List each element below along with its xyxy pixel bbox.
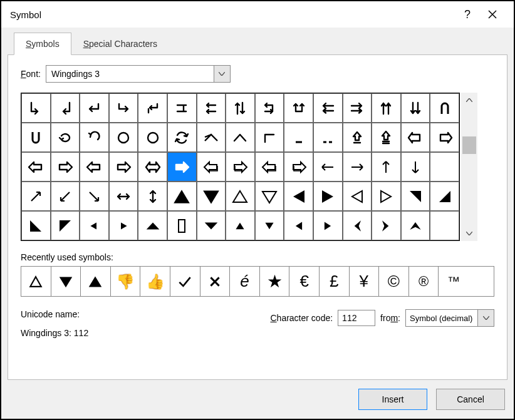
- symbol-cell-rect-outline[interactable]: [167, 211, 197, 240]
- symbol-cell-triangle-corner-nw[interactable]: [51, 211, 80, 240]
- symbol-cell-arrow-return-right[interactable]: [109, 93, 138, 123]
- insert-button[interactable]: Insert: [358, 389, 427, 410]
- recent-symbol-star[interactable]: ★: [260, 267, 290, 296]
- symbol-cell-triangle-corner-sw[interactable]: [21, 211, 51, 240]
- recent-symbol-e-acute[interactable]: é: [230, 267, 260, 296]
- from-select[interactable]: Symbol (decimal): [405, 309, 494, 327]
- symbol-cell-arrow-cycle-2[interactable]: [284, 93, 313, 123]
- symbol-cell-right-hollow-arrow-2[interactable]: [109, 152, 138, 182]
- symbol-cell-left-right-hollow[interactable]: [138, 152, 167, 182]
- symbol-cell-right-shadow-arrow[interactable]: [226, 152, 255, 182]
- symbol-cell-arrows-up-pair[interactable]: [372, 93, 401, 123]
- recent-symbol-registered[interactable]: ®: [409, 267, 439, 296]
- symbol-cell-chevron-left-solid[interactable]: [343, 211, 372, 240]
- symbol-cell-pointer-right-small[interactable]: [109, 211, 138, 240]
- recent-symbol-tri-down[interactable]: [51, 267, 81, 296]
- symbol-cell-triangle-left-solid[interactable]: [284, 182, 313, 211]
- recent-symbol-cross[interactable]: [200, 267, 231, 296]
- symbol-cell-pointer-left-small[interactable]: [80, 211, 109, 240]
- symbol-cell-chevron-up-wide[interactable]: [197, 123, 226, 152]
- symbol-cell-arrow-return-double[interactable]: [138, 93, 167, 123]
- symbol-cell-pointer-down-flat[interactable]: [197, 211, 226, 240]
- scroll-up-button[interactable]: [461, 93, 477, 108]
- symbol-cell-undo[interactable]: [80, 123, 109, 152]
- char-code-input[interactable]: [338, 310, 375, 326]
- tab-special-characters[interactable]: Special Characters: [71, 33, 169, 55]
- from-dropdown-button[interactable]: [477, 310, 494, 326]
- symbol-cell-thin-arrow-down[interactable]: [401, 152, 430, 182]
- symbol-cell-arrows-down-pair[interactable]: [401, 93, 430, 123]
- symbol-cell-right-outline-arrow[interactable]: [430, 123, 459, 152]
- symbol-cell-arrows-left-stacked[interactable]: [197, 93, 226, 123]
- font-select[interactable]: Wingdings 3: [46, 65, 231, 83]
- recent-symbol-euro[interactable]: €: [289, 267, 320, 296]
- recent-symbol-pound[interactable]: £: [320, 267, 350, 296]
- close-button[interactable]: [480, 2, 505, 27]
- symbol-cell-u-turn-up[interactable]: [21, 123, 51, 152]
- symbol-cell-left-hollow-arrow-2[interactable]: [80, 152, 109, 182]
- tab-symbols[interactable]: Symbols: [14, 33, 71, 55]
- symbol-cell-left-outline-arrow[interactable]: [401, 123, 430, 152]
- symbol-cell-underscore-break[interactable]: [313, 123, 343, 152]
- symbol-cell-chevron-up[interactable]: [226, 123, 255, 152]
- symbol-cell-rotate-cw[interactable]: [138, 123, 167, 152]
- symbol-cell-triangle-corner-se[interactable]: [430, 182, 459, 211]
- symbol-cell-small-tri-down[interactable]: [255, 211, 284, 240]
- symbol-cell-small-tri-left[interactable]: [284, 211, 313, 240]
- symbol-cell-u-turn-down[interactable]: [430, 93, 459, 123]
- symbol-cell-arrow-double-branch[interactable]: [167, 93, 197, 123]
- symbol-cell-arrows-left-double[interactable]: [313, 93, 343, 123]
- symbol-cell-angle-up-right[interactable]: [255, 123, 284, 152]
- scroll-down-button[interactable]: [461, 226, 477, 241]
- font-dropdown-button[interactable]: [214, 66, 230, 82]
- recent-symbol-thumbs-down[interactable]: 👎: [111, 267, 141, 296]
- recent-symbol-copyright[interactable]: ©: [379, 267, 409, 296]
- scroll-thumb[interactable]: [462, 136, 476, 154]
- symbol-cell-arrow-left-right[interactable]: [109, 182, 138, 211]
- symbol-cell-triangle-down-solid[interactable]: [197, 182, 226, 211]
- symbol-cell-right-hollow-arrow-3[interactable]: [167, 152, 197, 182]
- recent-grid[interactable]: 👎👍é★€£¥©®™: [21, 266, 494, 297]
- symbol-cell-arrow-se[interactable]: [80, 182, 109, 211]
- recent-symbol-thumbs-up[interactable]: 👍: [140, 267, 170, 296]
- symbol-cell-arrow-return-left[interactable]: [80, 93, 109, 123]
- symbol-cell-arrows-up-down[interactable]: [226, 93, 255, 123]
- symbol-cell-thin-arrow-right[interactable]: [343, 152, 372, 182]
- symbol-cell-triangle-right-outline[interactable]: [372, 182, 401, 211]
- symbol-cell-chevron-right-solid[interactable]: [372, 211, 401, 240]
- recent-symbol-check[interactable]: [170, 267, 200, 296]
- symbol-cell-arrow-down-left-corner[interactable]: [51, 93, 80, 123]
- symbol-cell-blank-1[interactable]: [430, 152, 459, 182]
- symbol-cell-arrow-ne[interactable]: [21, 182, 51, 211]
- symbol-cell-redo-small[interactable]: [51, 123, 80, 152]
- symbol-cell-refresh[interactable]: [167, 123, 197, 152]
- symbol-cell-small-tri-right[interactable]: [313, 211, 343, 240]
- symbol-cell-arrow-sw[interactable]: [51, 182, 80, 211]
- scroll-track[interactable]: [461, 108, 477, 226]
- symbol-cell-rotate-ccw[interactable]: [109, 123, 138, 152]
- symbol-cell-blank-2[interactable]: [430, 211, 459, 240]
- recent-symbol-tri-up[interactable]: [81, 267, 111, 296]
- symbol-cell-triangle-left-outline[interactable]: [343, 182, 372, 211]
- symbol-cell-triangle-right-solid[interactable]: [313, 182, 343, 211]
- symbol-cell-thin-arrow-up[interactable]: [372, 152, 401, 182]
- symbol-cell-triangle-up-solid[interactable]: [167, 182, 197, 211]
- symbol-cell-thin-arrow-left[interactable]: [313, 152, 343, 182]
- symbol-cell-underscore-short[interactable]: [284, 123, 313, 152]
- symbol-cell-right-hollow-arrow-1[interactable]: [51, 152, 80, 182]
- symbol-cell-triangle-corner-ne[interactable]: [401, 182, 430, 211]
- symbol-cell-arrow-cycle-1[interactable]: [255, 93, 284, 123]
- symbol-cell-arrows-right-double[interactable]: [343, 93, 372, 123]
- help-button[interactable]: ?: [455, 2, 480, 27]
- symbol-cell-triangle-up-outline[interactable]: [226, 182, 255, 211]
- symbol-cell-arrow-up-down[interactable]: [138, 182, 167, 211]
- symbol-cell-small-tri-up[interactable]: [226, 211, 255, 240]
- recent-symbol-trademark[interactable]: ™: [439, 267, 469, 296]
- symbol-cell-right-shadow-arrow-2[interactable]: [284, 152, 313, 182]
- symbol-cell-up-outline-box[interactable]: [343, 123, 372, 152]
- symbol-cell-left-shadow-arrow[interactable]: [197, 152, 226, 182]
- symbol-cell-left-shadow-arrow-2[interactable]: [255, 152, 284, 182]
- recent-symbol-delta[interactable]: [21, 267, 51, 296]
- symbol-cell-triangle-down-outline[interactable]: [255, 182, 284, 211]
- symbol-grid[interactable]: [21, 93, 460, 241]
